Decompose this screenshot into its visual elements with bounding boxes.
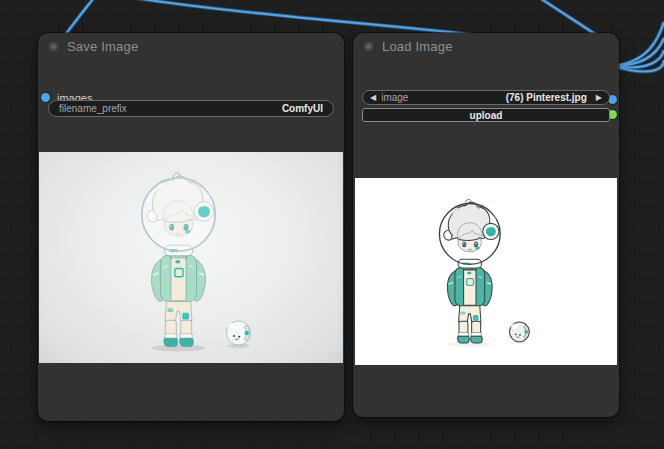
combo-value: (76) Pinterest.jpg bbox=[506, 92, 587, 103]
combo-label: image bbox=[381, 92, 408, 103]
astronaut-lineart-image bbox=[355, 178, 617, 365]
load-image-preview bbox=[355, 178, 617, 365]
widget-image-combo[interactable]: ◀ image (76) Pinterest.jpg ▶ bbox=[362, 90, 610, 105]
node-title: Load Image bbox=[382, 39, 453, 54]
astronaut-render-image bbox=[39, 152, 343, 363]
combo-prev-arrow-icon[interactable]: ◀ bbox=[370, 94, 376, 102]
node-load-image[interactable]: Load Image IMAGE MASK ◀ image (76) Pinte… bbox=[353, 33, 619, 417]
node-save-image[interactable]: Save Image images filename_prefix ComfyU… bbox=[38, 33, 344, 421]
save-image-title-bar[interactable]: Save Image bbox=[38, 33, 344, 59]
node-title: Save Image bbox=[67, 39, 138, 54]
widget-filename-prefix[interactable]: filename_prefix ComfyUI bbox=[48, 100, 334, 117]
collapse-dot[interactable] bbox=[364, 42, 373, 51]
node-graph-canvas[interactable]: Save Image images filename_prefix ComfyU… bbox=[0, 0, 664, 449]
load-image-title-bar[interactable]: Load Image bbox=[353, 33, 619, 59]
widget-label: filename_prefix bbox=[59, 103, 127, 114]
save-image-preview bbox=[39, 152, 343, 363]
collapse-dot[interactable] bbox=[49, 42, 58, 51]
input-dot-images[interactable] bbox=[41, 93, 50, 102]
combo-next-arrow-icon[interactable]: ▶ bbox=[596, 94, 602, 102]
widget-value: ComfyUI bbox=[282, 103, 323, 114]
upload-button[interactable]: upload bbox=[362, 108, 610, 122]
